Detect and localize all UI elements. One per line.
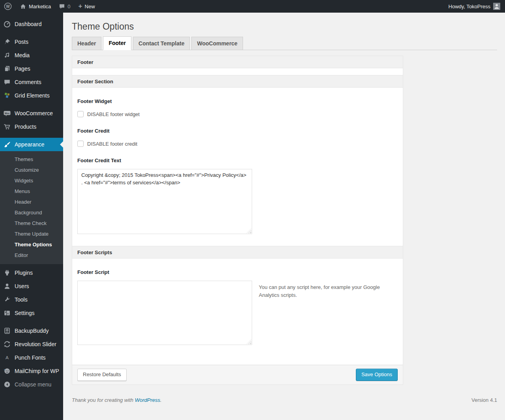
grid-elements-icon [3,92,11,99]
comments-menu[interactable]: 0 [55,0,74,13]
submenu-item-customize[interactable]: Customize [0,165,63,175]
sidebar-item-label: MailChimp for WP [15,368,59,374]
sidebar-item-label: Punch Fonts [15,354,46,361]
footer-section-body: Footer Widget DISABLE footer widget Foot… [72,98,403,246]
submenu-item-widgets[interactable]: Widgets [0,175,63,186]
sidebar-item-comments[interactable]: Comments [0,75,63,89]
current-menu-arrow [57,141,63,148]
disable-footer-widget-checkbox[interactable] [77,111,84,117]
howdy-account-menu[interactable]: Howdy, TokoPress [449,4,490,9]
wordpress-admin-screen: W Marketica 0 + New Howdy, TokoPress [0,0,505,420]
sidebar-item-label: Grid Elements [15,92,50,99]
comments-count: 0 [67,4,70,9]
wordpress-logo-menu[interactable]: W [0,0,16,13]
save-options-button[interactable]: Save Options [356,369,398,381]
sidebar-item-label: Revolution Slider [15,341,56,347]
tab-header[interactable]: Header [72,37,101,50]
sidebar-item-dashboard[interactable]: Dashboard [0,17,63,31]
footer-script-textarea[interactable] [77,281,252,345]
menu-separator [0,102,63,107]
comment-bubble-icon [59,3,65,9]
sidebar-item-label: Users [15,283,29,289]
footer-credit-text-label: Footer Credit Text [77,158,398,163]
sidebar-item-label: Dashboard [15,21,42,27]
home-icon [20,3,26,10]
sidebar-item-appearance[interactable]: Appearance [0,138,63,151]
sidebar-item-grid-elements[interactable]: Grid Elements [0,89,63,102]
submenu-item-editor[interactable]: Editor [0,250,63,261]
mailchimp-monkey-icon [3,367,11,375]
site-name-menu[interactable]: Marketica [16,0,55,13]
sidebar-item-mailchimp[interactable]: MailChimp for WP [0,364,63,378]
submenu-item-themes[interactable]: Themes [0,154,63,165]
plus-icon: + [79,3,82,9]
admin-sidebar: Dashboard Posts Media Pages [0,13,63,420]
sidebar-item-products[interactable]: Products [0,120,63,133]
new-label: New [85,4,95,9]
section-header-footer-scripts: Footer Scripts [72,246,403,259]
thanks-prefix: Thank you for creating with [72,397,135,403]
revolution-slider-icon [3,340,11,348]
tab-woocommerce[interactable]: WooCommerce [191,37,243,50]
sidebar-item-label: Comments [15,79,41,85]
wordpress-link[interactable]: WordPress [135,397,160,403]
new-content-menu[interactable]: + New [75,0,99,13]
backupbuddy-icon [3,327,11,335]
submenu-item-theme-check[interactable]: Theme Check [0,218,63,229]
wrench-icon [3,296,11,304]
sidebar-item-pages[interactable]: Pages [0,62,63,75]
sidebar-item-plugins[interactable]: Plugins [0,266,63,279]
plugin-icon [3,269,11,277]
sidebar-item-label: Media [15,52,30,58]
svg-text:A: A [6,355,9,360]
collapse-arrow-icon [3,381,11,388]
media-icon [3,51,11,59]
sidebar-item-media[interactable]: Media [0,49,63,62]
thanks-suffix: . [160,397,162,403]
footer-credit-text-textarea[interactable]: Copyright &copy; 2015 TokoPress<span><a … [77,169,252,234]
disable-footer-credit-checkbox[interactable] [77,141,84,147]
woocommerce-icon: Woo [3,109,11,117]
tab-footer[interactable]: Footer [103,36,131,50]
submenu-item-header[interactable]: Header [0,197,63,207]
submenu-item-theme-update[interactable]: Theme Update [0,229,63,239]
sidebar-item-woocommerce[interactable]: Woo WooCommerce [0,107,63,120]
panel-action-bar: Restore Defaults Save Options [72,365,403,384]
sidebar-item-label: Pages [15,66,30,72]
disable-footer-widget-label: DISABLE footer widget [87,111,140,117]
footer-script-label: Footer Script [77,269,398,275]
tab-contact-template[interactable]: Contact Template [133,37,190,50]
sidebar-item-settings[interactable]: Settings [0,306,63,320]
avatar[interactable] [493,3,500,10]
sidebar-item-posts[interactable]: Posts [0,35,63,49]
submenu-item-menus[interactable]: Menus [0,186,63,197]
svg-text:Woo: Woo [5,112,10,114]
admin-footer: Thank you for creating with WordPress. V… [72,397,497,403]
page-title: Theme Options [72,21,505,32]
svg-text:W: W [6,4,10,9]
wordpress-logo-icon: W [4,2,12,10]
comments-icon [3,78,11,86]
menu-separator [0,320,63,324]
sidebar-item-backupbuddy[interactable]: BackupBuddy [0,324,63,338]
sidebar-item-tools[interactable]: Tools [0,293,63,306]
sidebar-item-collapse-menu[interactable]: Collapse menu [0,378,63,391]
sidebar-item-users[interactable]: Users [0,279,63,293]
restore-defaults-button[interactable]: Restore Defaults [77,369,127,381]
submenu-item-background[interactable]: Background [0,207,63,218]
appearance-brush-icon [3,141,11,148]
pages-icon [3,65,11,73]
sidebar-item-punch-fonts[interactable]: A Punch Fonts [0,351,63,364]
sidebar-item-revolution-slider[interactable]: Revolution Slider [0,338,63,351]
font-a-icon: A [3,354,11,362]
footer-credit-label: Footer Credit [77,128,398,134]
sidebar-item-label: Settings [15,310,35,316]
version-text: Version 4.1 [471,397,497,403]
submenu-item-theme-options[interactable]: Theme Options [0,239,63,250]
sidebar-item-label: WooCommerce [15,110,53,116]
footer-thanks-text: Thank you for creating with WordPress. [72,397,162,403]
appearance-submenu: Themes Customize Widgets Menus Header Ba… [0,151,63,264]
menu-separator [0,31,63,35]
menu-separator [0,133,63,138]
cart-icon [3,123,11,131]
